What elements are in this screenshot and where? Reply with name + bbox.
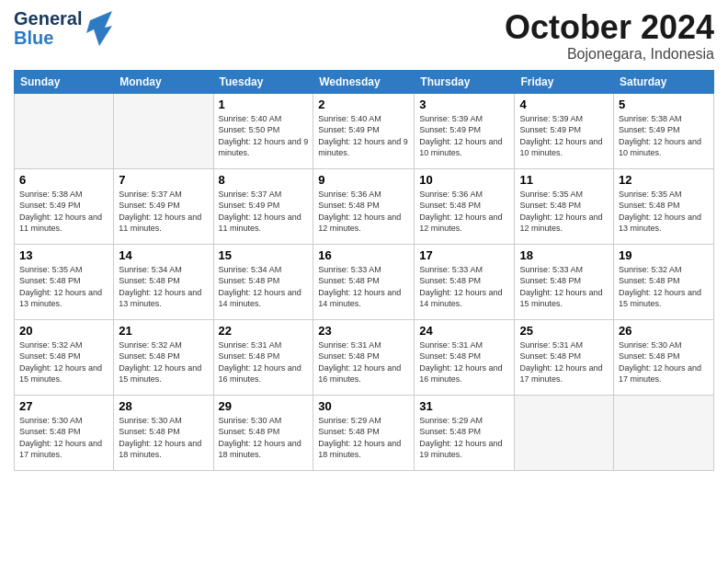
day-cell: 25 Sunrise: 5:31 AMSunset: 5:48 PMDaylig…	[515, 319, 614, 395]
day-cell	[515, 395, 614, 470]
day-number: 1	[219, 98, 309, 111]
day-cell: 17 Sunrise: 5:33 AMSunset: 5:48 PMDaylig…	[415, 244, 515, 319]
day-info: Sunrise: 5:30 AMSunset: 5:48 PMDaylight:…	[19, 416, 102, 460]
day-cell: 12 Sunrise: 5:35 AMSunset: 5:48 PMDaylig…	[614, 168, 714, 244]
day-number: 22	[219, 324, 309, 338]
day-number: 3	[419, 98, 509, 111]
day-cell: 9 Sunrise: 5:36 AMSunset: 5:48 PMDayligh…	[313, 168, 415, 244]
logo: General Blue	[14, 9, 112, 48]
week-row-5: 27 Sunrise: 5:30 AMSunset: 5:48 PMDaylig…	[15, 395, 714, 470]
calendar: Sunday Monday Tuesday Wednesday Thursday…	[14, 70, 714, 471]
day-cell: 3 Sunrise: 5:39 AMSunset: 5:49 PMDayligh…	[415, 93, 515, 168]
day-cell: 27 Sunrise: 5:30 AMSunset: 5:48 PMDaylig…	[15, 395, 114, 470]
day-cell: 21 Sunrise: 5:32 AMSunset: 5:48 PMDaylig…	[114, 319, 213, 395]
day-info: Sunrise: 5:38 AMSunset: 5:49 PMDaylight:…	[619, 114, 701, 158]
day-cell: 29 Sunrise: 5:30 AMSunset: 5:48 PMDaylig…	[213, 395, 313, 470]
day-number: 20	[19, 324, 108, 338]
day-number: 30	[318, 399, 409, 413]
day-number: 5	[619, 98, 709, 111]
day-info: Sunrise: 5:30 AMSunset: 5:48 PMDaylight:…	[219, 416, 301, 460]
day-info: Sunrise: 5:39 AMSunset: 5:49 PMDaylight:…	[419, 114, 502, 158]
header-wednesday: Wednesday	[313, 70, 415, 93]
day-info: Sunrise: 5:33 AMSunset: 5:48 PMDaylight:…	[318, 265, 401, 309]
subtitle: Bojonegara, Indonesia	[505, 46, 714, 63]
day-cell	[15, 93, 114, 168]
day-cell: 16 Sunrise: 5:33 AMSunset: 5:48 PMDaylig…	[313, 244, 415, 319]
day-info: Sunrise: 5:31 AMSunset: 5:48 PMDaylight:…	[519, 340, 602, 385]
day-info: Sunrise: 5:34 AMSunset: 5:48 PMDaylight:…	[119, 265, 201, 309]
day-cell: 18 Sunrise: 5:33 AMSunset: 5:48 PMDaylig…	[515, 244, 614, 319]
day-number: 6	[19, 173, 108, 187]
day-number: 23	[318, 324, 409, 338]
day-info: Sunrise: 5:31 AMSunset: 5:48 PMDaylight:…	[219, 340, 301, 385]
day-info: Sunrise: 5:40 AMSunset: 5:50 PMDaylight:…	[219, 114, 309, 158]
day-number: 8	[219, 173, 309, 187]
day-cell: 23 Sunrise: 5:31 AMSunset: 5:48 PMDaylig…	[313, 319, 415, 395]
day-cell	[614, 395, 714, 470]
day-cell: 6 Sunrise: 5:38 AMSunset: 5:49 PMDayligh…	[15, 168, 114, 244]
day-info: Sunrise: 5:37 AMSunset: 5:49 PMDaylight:…	[219, 190, 301, 234]
day-info: Sunrise: 5:35 AMSunset: 5:48 PMDaylight:…	[19, 265, 102, 309]
day-info: Sunrise: 5:40 AMSunset: 5:49 PMDaylight:…	[318, 114, 408, 158]
day-info: Sunrise: 5:32 AMSunset: 5:48 PMDaylight:…	[619, 265, 701, 309]
day-info: Sunrise: 5:35 AMSunset: 5:48 PMDaylight:…	[619, 190, 701, 234]
header-monday: Monday	[114, 70, 213, 93]
header-saturday: Saturday	[614, 70, 714, 93]
day-cell: 13 Sunrise: 5:35 AMSunset: 5:48 PMDaylig…	[15, 244, 114, 319]
day-cell: 26 Sunrise: 5:30 AMSunset: 5:48 PMDaylig…	[614, 319, 714, 395]
day-number: 14	[119, 248, 208, 262]
day-cell: 22 Sunrise: 5:31 AMSunset: 5:48 PMDaylig…	[213, 319, 313, 395]
day-info: Sunrise: 5:30 AMSunset: 5:48 PMDaylight:…	[619, 340, 701, 385]
day-info: Sunrise: 5:38 AMSunset: 5:49 PMDaylight:…	[19, 190, 102, 234]
day-number: 2	[318, 98, 409, 111]
day-cell: 20 Sunrise: 5:32 AMSunset: 5:48 PMDaylig…	[15, 319, 114, 395]
day-info: Sunrise: 5:29 AMSunset: 5:48 PMDaylight:…	[318, 416, 401, 460]
day-number: 26	[619, 324, 709, 338]
month-title: October 2024	[505, 9, 714, 46]
header-friday: Friday	[515, 70, 614, 93]
header-thursday: Thursday	[415, 70, 515, 93]
day-cell: 11 Sunrise: 5:35 AMSunset: 5:48 PMDaylig…	[515, 168, 614, 244]
day-info: Sunrise: 5:32 AMSunset: 5:48 PMDaylight:…	[119, 340, 201, 385]
day-number: 10	[419, 173, 509, 187]
day-number: 31	[419, 399, 509, 413]
header-sunday: Sunday	[15, 70, 114, 93]
day-number: 13	[19, 248, 108, 262]
title-area: October 2024 Bojonegara, Indonesia	[505, 9, 714, 63]
day-number: 24	[419, 324, 509, 338]
week-row-3: 13 Sunrise: 5:35 AMSunset: 5:48 PMDaylig…	[15, 244, 714, 319]
day-info: Sunrise: 5:31 AMSunset: 5:48 PMDaylight:…	[318, 340, 401, 385]
day-cell: 15 Sunrise: 5:34 AMSunset: 5:48 PMDaylig…	[213, 244, 313, 319]
day-cell	[114, 93, 213, 168]
day-info: Sunrise: 5:33 AMSunset: 5:48 PMDaylight:…	[419, 265, 502, 309]
day-info: Sunrise: 5:36 AMSunset: 5:48 PMDaylight:…	[419, 190, 502, 234]
day-cell: 19 Sunrise: 5:32 AMSunset: 5:48 PMDaylig…	[614, 244, 714, 319]
day-info: Sunrise: 5:35 AMSunset: 5:48 PMDaylight:…	[519, 190, 602, 234]
week-row-1: 1 Sunrise: 5:40 AMSunset: 5:50 PMDayligh…	[15, 93, 714, 168]
day-info: Sunrise: 5:37 AMSunset: 5:49 PMDaylight:…	[119, 190, 201, 234]
day-number: 16	[318, 248, 409, 262]
day-number: 29	[219, 399, 309, 413]
week-row-4: 20 Sunrise: 5:32 AMSunset: 5:48 PMDaylig…	[15, 319, 714, 395]
day-info: Sunrise: 5:29 AMSunset: 5:48 PMDaylight:…	[419, 416, 502, 460]
weekday-header-row: Sunday Monday Tuesday Wednesday Thursday…	[15, 70, 714, 93]
day-number: 4	[519, 98, 609, 111]
day-cell: 5 Sunrise: 5:38 AMSunset: 5:49 PMDayligh…	[614, 93, 714, 168]
day-number: 7	[119, 173, 208, 187]
header-tuesday: Tuesday	[213, 70, 313, 93]
day-info: Sunrise: 5:34 AMSunset: 5:48 PMDaylight:…	[219, 265, 301, 309]
day-number: 21	[119, 324, 208, 338]
day-cell: 14 Sunrise: 5:34 AMSunset: 5:48 PMDaylig…	[114, 244, 213, 319]
day-cell: 10 Sunrise: 5:36 AMSunset: 5:48 PMDaylig…	[415, 168, 515, 244]
page: General Blue October 2024 Bojonegara, In…	[0, 0, 728, 563]
day-cell: 4 Sunrise: 5:39 AMSunset: 5:49 PMDayligh…	[515, 93, 614, 168]
day-number: 17	[419, 248, 509, 262]
day-number: 12	[619, 173, 709, 187]
week-row-2: 6 Sunrise: 5:38 AMSunset: 5:49 PMDayligh…	[15, 168, 714, 244]
day-info: Sunrise: 5:36 AMSunset: 5:48 PMDaylight:…	[318, 190, 401, 234]
day-cell: 8 Sunrise: 5:37 AMSunset: 5:49 PMDayligh…	[213, 168, 313, 244]
day-info: Sunrise: 5:32 AMSunset: 5:48 PMDaylight:…	[19, 340, 102, 385]
day-info: Sunrise: 5:33 AMSunset: 5:48 PMDaylight:…	[519, 265, 602, 309]
day-cell: 31 Sunrise: 5:29 AMSunset: 5:48 PMDaylig…	[415, 395, 515, 470]
day-number: 28	[119, 399, 208, 413]
